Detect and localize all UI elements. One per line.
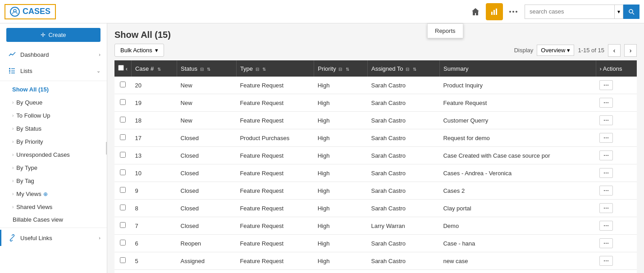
row-status: Reopen [177,235,237,252]
by-type-arrow: › [12,165,14,170]
row-summary: Cases - Andrea - Veronica [439,164,596,182]
row-actions-button[interactable]: ⋯ [599,256,613,266]
row-checkbox-3[interactable] [120,134,126,140]
row-type: Feature Request [236,182,314,200]
reports-button[interactable] [486,3,503,20]
more-options-button[interactable] [505,3,522,20]
row-actions-button[interactable]: ⋯ [599,186,613,196]
svg-point-9 [10,54,11,55]
col-checkbox-sort[interactable]: ‹ [126,65,128,72]
by-status-label: By Status [16,125,41,132]
sidebar-item-by-tag[interactable]: › By Tag [0,174,107,187]
row-status: Closed [177,182,237,200]
shared-views-arrow: › [12,205,14,209]
col-header-status[interactable]: Status ⊟ ⇅ [177,60,237,77]
row-actions-button[interactable]: ⋯ [599,168,613,178]
row-summary: apptivo-test [439,270,596,273]
row-actions-button[interactable]: ⋯ [599,150,613,160]
row-case-num: 18 [131,112,177,129]
sidebar-item-by-priority[interactable]: › By Priority [0,135,107,148]
table-row: 9 Closed Feature Request High Sarah Cast… [114,182,637,200]
row-actions-button[interactable]: ⋯ [599,133,613,143]
row-actions-button[interactable]: ⋯ [599,80,613,90]
sidebar-item-useful-links[interactable]: Useful Links › [0,230,107,246]
row-priority: High [314,77,368,94]
sidebar-item-by-type[interactable]: › By Type [0,161,107,174]
sidebar-item-by-status[interactable]: › By Status [0,122,107,135]
pagination-next-button[interactable]: › [624,44,637,57]
pagination-prev-button[interactable]: ‹ [608,44,621,57]
col-header-case-num[interactable]: Case # ⇅ [131,60,177,77]
col-header-summary[interactable]: Summary [439,60,596,77]
row-actions-button[interactable]: ⋯ [599,221,613,231]
sidebar-item-lists[interactable]: Lists ⌄ [0,63,107,79]
my-views-add-icon[interactable]: ⊕ [43,191,48,197]
table-row: 18 New Feature Request High Sarah Castro… [114,112,637,129]
create-button[interactable]: ✛ Create [6,28,100,42]
home-button[interactable] [467,3,484,20]
row-actions-button[interactable]: ⋯ [599,203,613,213]
useful-links-chevron: › [99,235,100,241]
row-checkbox-6[interactable] [120,187,126,193]
select-all-checkbox[interactable] [118,65,124,71]
search-button[interactable] [623,5,639,19]
row-checkbox-5[interactable] [120,169,126,175]
row-checkbox-7[interactable] [120,205,126,210]
sidebar-item-by-queue[interactable]: › By Queue [0,96,107,109]
search-dropdown-button[interactable]: ▾ [615,5,623,19]
row-priority: High [314,147,368,164]
sidebar-item-unresponded-cases[interactable]: › Unresponded Cases [0,148,107,161]
col-header-priority[interactable]: Priority ⊟ ⇅ [314,60,368,77]
row-actions-cell: ⋯ [596,94,637,112]
top-header: CASES ▾ [0,0,644,23]
search-input[interactable] [525,5,615,19]
col-header-assigned-to[interactable]: Assigned To ⊟ ⇅ [367,60,439,77]
cases-logo[interactable]: CASES [5,4,56,19]
display-select-button[interactable]: Overview ▾ [537,45,574,56]
reports-tooltip: Reports [427,23,463,38]
svg-point-4 [509,11,511,13]
row-checkbox-9[interactable] [120,240,126,246]
bulk-actions-button[interactable]: Bulk Actions ▾ [114,44,164,57]
row-checkbox-8[interactable] [120,222,126,228]
by-type-label: By Type [16,164,37,171]
sidebar-item-dashboard[interactable]: Dashboard › [0,46,107,63]
table-header-row: ‹ Case # ⇅ Status ⊟ ⇅ Type [114,60,637,77]
sidebar-collapse-button[interactable]: ‹ [106,142,107,155]
type-filter-icon: ⊟ [256,67,259,72]
sidebar-item-my-views[interactable]: › My Views ⊕ [0,187,107,200]
row-actions-button[interactable]: ⋯ [599,98,613,108]
row-summary: Cases 2 [439,182,596,200]
sidebar-item-shared-views[interactable]: › Shared Views [0,200,107,214]
row-type: Feature Request [236,94,314,112]
row-summary: Product Inquiry [439,77,596,94]
row-assigned-to: Sarah Castro [367,94,439,112]
row-actions-button[interactable]: ⋯ [599,115,613,125]
svg-point-6 [516,11,517,13]
sidebar-billable-cases[interactable]: Billable Cases view [0,214,107,226]
row-checkbox-0[interactable] [120,82,126,87]
priority-sort-icon: ⇅ [346,67,349,72]
row-actions-button[interactable]: ⋯ [599,238,613,248]
dashboard-icon [8,50,17,59]
assigned-to-sort-icon: ⇅ [413,67,416,72]
display-selected-value: Overview [541,47,565,54]
row-checkbox-10[interactable] [120,257,126,263]
display-label: Display [514,47,534,54]
sidebar-item-show-all[interactable]: Show All (15) [0,83,107,96]
row-checkbox-cell [114,200,131,217]
table-row: 10 Closed Feature Request High Sarah Cas… [114,164,637,182]
row-checkbox-4[interactable] [120,152,126,158]
row-type: Feature Request [236,200,314,217]
sidebar-item-to-follow-up[interactable]: › To Follow Up [0,109,107,122]
row-checkbox-2[interactable] [120,117,126,123]
row-priority: High [314,164,368,182]
to-follow-up-arrow: › [12,113,14,118]
to-follow-up-label: To Follow Up [16,112,50,119]
row-checkbox-1[interactable] [120,99,126,105]
svg-point-5 [512,11,514,13]
content-area: Show All (15) Bulk Actions ▾ Display Ove… [107,23,644,273]
row-case-num: 5 [131,252,177,270]
priority-filter-icon: ⊟ [338,67,342,72]
col-header-type[interactable]: Type ⊟ ⇅ [236,60,314,77]
